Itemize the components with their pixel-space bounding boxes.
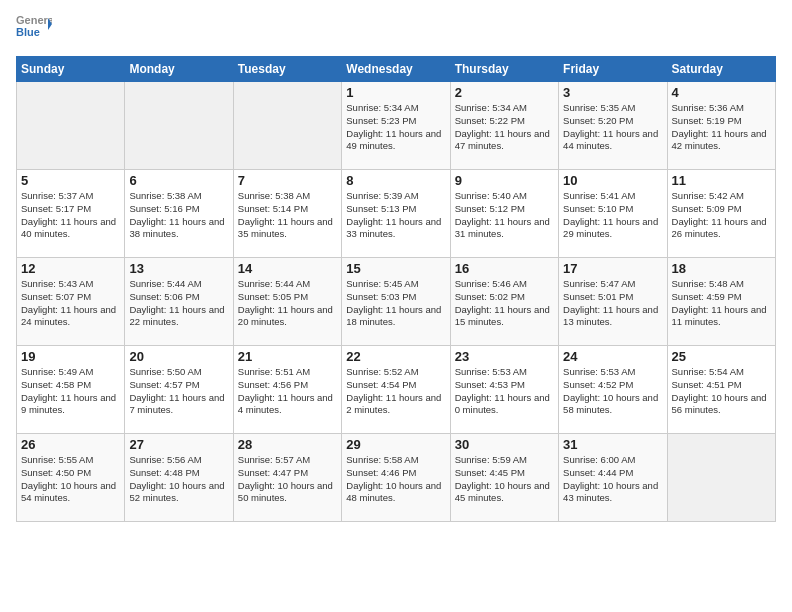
weekday-header-sunday: Sunday bbox=[17, 57, 125, 82]
day-number: 15 bbox=[346, 261, 445, 276]
calendar-cell: 9Sunrise: 5:40 AMSunset: 5:12 PMDaylight… bbox=[450, 170, 558, 258]
cell-content: Sunrise: 5:46 AMSunset: 5:02 PMDaylight:… bbox=[455, 278, 554, 329]
cell-content: Sunrise: 5:52 AMSunset: 4:54 PMDaylight:… bbox=[346, 366, 445, 417]
cell-content: Sunrise: 5:35 AMSunset: 5:20 PMDaylight:… bbox=[563, 102, 662, 153]
day-number: 8 bbox=[346, 173, 445, 188]
cell-content: Sunrise: 5:34 AMSunset: 5:23 PMDaylight:… bbox=[346, 102, 445, 153]
day-number: 3 bbox=[563, 85, 662, 100]
calendar-cell: 1Sunrise: 5:34 AMSunset: 5:23 PMDaylight… bbox=[342, 82, 450, 170]
day-number: 2 bbox=[455, 85, 554, 100]
day-number: 20 bbox=[129, 349, 228, 364]
cell-content: Sunrise: 5:56 AMSunset: 4:48 PMDaylight:… bbox=[129, 454, 228, 505]
calendar-cell: 3Sunrise: 5:35 AMSunset: 5:20 PMDaylight… bbox=[559, 82, 667, 170]
calendar-cell: 28Sunrise: 5:57 AMSunset: 4:47 PMDayligh… bbox=[233, 434, 341, 522]
calendar-cell: 16Sunrise: 5:46 AMSunset: 5:02 PMDayligh… bbox=[450, 258, 558, 346]
cell-content: Sunrise: 5:47 AMSunset: 5:01 PMDaylight:… bbox=[563, 278, 662, 329]
calendar-cell: 13Sunrise: 5:44 AMSunset: 5:06 PMDayligh… bbox=[125, 258, 233, 346]
calendar-week-row: 19Sunrise: 5:49 AMSunset: 4:58 PMDayligh… bbox=[17, 346, 776, 434]
calendar-cell bbox=[667, 434, 775, 522]
day-number: 24 bbox=[563, 349, 662, 364]
cell-content: Sunrise: 5:59 AMSunset: 4:45 PMDaylight:… bbox=[455, 454, 554, 505]
day-number: 22 bbox=[346, 349, 445, 364]
svg-text:Blue: Blue bbox=[16, 26, 40, 38]
weekday-header-tuesday: Tuesday bbox=[233, 57, 341, 82]
day-number: 7 bbox=[238, 173, 337, 188]
cell-content: Sunrise: 6:00 AMSunset: 4:44 PMDaylight:… bbox=[563, 454, 662, 505]
calendar-cell: 5Sunrise: 5:37 AMSunset: 5:17 PMDaylight… bbox=[17, 170, 125, 258]
calendar-cell: 17Sunrise: 5:47 AMSunset: 5:01 PMDayligh… bbox=[559, 258, 667, 346]
weekday-header-monday: Monday bbox=[125, 57, 233, 82]
calendar-cell: 23Sunrise: 5:53 AMSunset: 4:53 PMDayligh… bbox=[450, 346, 558, 434]
calendar-cell: 11Sunrise: 5:42 AMSunset: 5:09 PMDayligh… bbox=[667, 170, 775, 258]
calendar-cell: 26Sunrise: 5:55 AMSunset: 4:50 PMDayligh… bbox=[17, 434, 125, 522]
calendar-table: SundayMondayTuesdayWednesdayThursdayFrid… bbox=[16, 56, 776, 522]
day-number: 30 bbox=[455, 437, 554, 452]
cell-content: Sunrise: 5:34 AMSunset: 5:22 PMDaylight:… bbox=[455, 102, 554, 153]
cell-content: Sunrise: 5:53 AMSunset: 4:53 PMDaylight:… bbox=[455, 366, 554, 417]
calendar-cell: 30Sunrise: 5:59 AMSunset: 4:45 PMDayligh… bbox=[450, 434, 558, 522]
day-number: 10 bbox=[563, 173, 662, 188]
calendar-cell: 21Sunrise: 5:51 AMSunset: 4:56 PMDayligh… bbox=[233, 346, 341, 434]
day-number: 29 bbox=[346, 437, 445, 452]
day-number: 26 bbox=[21, 437, 120, 452]
day-number: 21 bbox=[238, 349, 337, 364]
cell-content: Sunrise: 5:45 AMSunset: 5:03 PMDaylight:… bbox=[346, 278, 445, 329]
calendar-cell: 4Sunrise: 5:36 AMSunset: 5:19 PMDaylight… bbox=[667, 82, 775, 170]
calendar-cell: 27Sunrise: 5:56 AMSunset: 4:48 PMDayligh… bbox=[125, 434, 233, 522]
day-number: 31 bbox=[563, 437, 662, 452]
calendar-cell: 6Sunrise: 5:38 AMSunset: 5:16 PMDaylight… bbox=[125, 170, 233, 258]
calendar-cell: 19Sunrise: 5:49 AMSunset: 4:58 PMDayligh… bbox=[17, 346, 125, 434]
calendar-cell: 24Sunrise: 5:53 AMSunset: 4:52 PMDayligh… bbox=[559, 346, 667, 434]
day-number: 28 bbox=[238, 437, 337, 452]
weekday-header-saturday: Saturday bbox=[667, 57, 775, 82]
cell-content: Sunrise: 5:38 AMSunset: 5:14 PMDaylight:… bbox=[238, 190, 337, 241]
day-number: 19 bbox=[21, 349, 120, 364]
calendar-cell: 29Sunrise: 5:58 AMSunset: 4:46 PMDayligh… bbox=[342, 434, 450, 522]
day-number: 1 bbox=[346, 85, 445, 100]
cell-content: Sunrise: 5:43 AMSunset: 5:07 PMDaylight:… bbox=[21, 278, 120, 329]
day-number: 16 bbox=[455, 261, 554, 276]
logo-icon: General Blue bbox=[16, 10, 52, 46]
cell-content: Sunrise: 5:37 AMSunset: 5:17 PMDaylight:… bbox=[21, 190, 120, 241]
calendar-cell: 10Sunrise: 5:41 AMSunset: 5:10 PMDayligh… bbox=[559, 170, 667, 258]
calendar-week-row: 26Sunrise: 5:55 AMSunset: 4:50 PMDayligh… bbox=[17, 434, 776, 522]
weekday-header-thursday: Thursday bbox=[450, 57, 558, 82]
calendar-cell: 25Sunrise: 5:54 AMSunset: 4:51 PMDayligh… bbox=[667, 346, 775, 434]
calendar-cell: 7Sunrise: 5:38 AMSunset: 5:14 PMDaylight… bbox=[233, 170, 341, 258]
page-container: General Blue SundayMondayTuesdayWednesda… bbox=[0, 0, 792, 530]
weekday-header-row: SundayMondayTuesdayWednesdayThursdayFrid… bbox=[17, 57, 776, 82]
day-number: 5 bbox=[21, 173, 120, 188]
svg-text:General: General bbox=[16, 14, 52, 26]
cell-content: Sunrise: 5:36 AMSunset: 5:19 PMDaylight:… bbox=[672, 102, 771, 153]
cell-content: Sunrise: 5:40 AMSunset: 5:12 PMDaylight:… bbox=[455, 190, 554, 241]
cell-content: Sunrise: 5:58 AMSunset: 4:46 PMDaylight:… bbox=[346, 454, 445, 505]
day-number: 6 bbox=[129, 173, 228, 188]
calendar-cell: 22Sunrise: 5:52 AMSunset: 4:54 PMDayligh… bbox=[342, 346, 450, 434]
cell-content: Sunrise: 5:53 AMSunset: 4:52 PMDaylight:… bbox=[563, 366, 662, 417]
day-number: 11 bbox=[672, 173, 771, 188]
day-number: 17 bbox=[563, 261, 662, 276]
calendar-cell: 8Sunrise: 5:39 AMSunset: 5:13 PMDaylight… bbox=[342, 170, 450, 258]
calendar-cell bbox=[125, 82, 233, 170]
calendar-cell: 18Sunrise: 5:48 AMSunset: 4:59 PMDayligh… bbox=[667, 258, 775, 346]
day-number: 23 bbox=[455, 349, 554, 364]
calendar-week-row: 12Sunrise: 5:43 AMSunset: 5:07 PMDayligh… bbox=[17, 258, 776, 346]
page-header: General Blue bbox=[16, 10, 776, 50]
day-number: 27 bbox=[129, 437, 228, 452]
weekday-header-friday: Friday bbox=[559, 57, 667, 82]
day-number: 12 bbox=[21, 261, 120, 276]
calendar-cell: 14Sunrise: 5:44 AMSunset: 5:05 PMDayligh… bbox=[233, 258, 341, 346]
weekday-header-wednesday: Wednesday bbox=[342, 57, 450, 82]
cell-content: Sunrise: 5:50 AMSunset: 4:57 PMDaylight:… bbox=[129, 366, 228, 417]
cell-content: Sunrise: 5:44 AMSunset: 5:06 PMDaylight:… bbox=[129, 278, 228, 329]
calendar-cell bbox=[233, 82, 341, 170]
day-number: 25 bbox=[672, 349, 771, 364]
day-number: 4 bbox=[672, 85, 771, 100]
cell-content: Sunrise: 5:51 AMSunset: 4:56 PMDaylight:… bbox=[238, 366, 337, 417]
calendar-cell: 12Sunrise: 5:43 AMSunset: 5:07 PMDayligh… bbox=[17, 258, 125, 346]
cell-content: Sunrise: 5:44 AMSunset: 5:05 PMDaylight:… bbox=[238, 278, 337, 329]
day-number: 13 bbox=[129, 261, 228, 276]
cell-content: Sunrise: 5:38 AMSunset: 5:16 PMDaylight:… bbox=[129, 190, 228, 241]
calendar-cell: 2Sunrise: 5:34 AMSunset: 5:22 PMDaylight… bbox=[450, 82, 558, 170]
cell-content: Sunrise: 5:39 AMSunset: 5:13 PMDaylight:… bbox=[346, 190, 445, 241]
